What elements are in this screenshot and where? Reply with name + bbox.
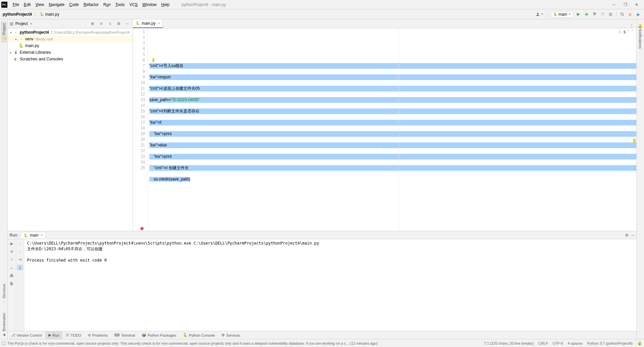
menu-code[interactable]: Code (67, 2, 81, 8)
down-icon[interactable]: ↓ (17, 249, 23, 255)
up-icon[interactable]: ↑ (17, 241, 23, 247)
rerun-icon[interactable]: ▶ (9, 241, 15, 247)
readonly-lock-icon[interactable]: 🔒 (637, 341, 642, 345)
tree-scratches[interactable]: ◐ Scratches and Consoles (8, 56, 133, 62)
run-output[interactable]: C:\Users\DELL\PycharmProjects\pythonProj… (24, 239, 636, 331)
toolwindow-project-tab[interactable]: 📁 Project (1, 21, 7, 42)
editor-body[interactable]: 1234567891011121314151617181920212223242… (133, 28, 636, 231)
project-tree[interactable]: ▾ ▪ pythonProject4 C:\Users\DELL\Pycharm… (8, 28, 133, 231)
menu-navigate[interactable]: Navigate (47, 2, 66, 8)
debug-button[interactable] (584, 11, 590, 17)
tool-problems[interactable]: ⊘ Problems (85, 331, 111, 339)
right-margin-guide (398, 28, 399, 231)
tool-python-console[interactable]: 🐍 Python Console (180, 331, 218, 339)
menu-view[interactable]: View (33, 2, 46, 8)
run-toolbar-1: ▶ ■ ≡ ⫠ 🖶 🗑 (8, 239, 16, 331)
ide-actions-button[interactable]: ◐ (627, 11, 633, 17)
python-file-icon: 🐍 (136, 21, 140, 25)
user-button[interactable]: ▼ (534, 11, 545, 18)
close-icon[interactable]: ✕ (634, 2, 639, 7)
project-view-icon: ▤ (10, 21, 13, 26)
run-settings-icon[interactable]: ⚙ (625, 233, 629, 238)
pin-icon[interactable]: 🖶 (9, 273, 15, 279)
collapse-all-icon[interactable]: ⫴ (107, 20, 113, 27)
tool-services[interactable]: ⚙ Services (218, 331, 244, 339)
tree-root[interactable]: ▾ ▪ pythonProject4 C:\Users\DELL\Pycharm… (8, 29, 133, 36)
menu-tools[interactable]: Tools (113, 2, 127, 8)
breadcrumb: pythonProject4 〉 🐍 main.py (3, 11, 59, 17)
run-toolbar-2: ↑ ↓ ⇥ ⤓ (16, 239, 24, 331)
svg-point-3 (621, 13, 623, 15)
intention-bulb-icon[interactable]: 💡 (151, 57, 156, 63)
code-with-me-button[interactable]: ▶ (635, 11, 641, 17)
toolwindow-notifications-tab[interactable]: 🔔 Notifications (638, 21, 643, 51)
settings-icon[interactable]: ⚙ (115, 20, 122, 27)
menu-file[interactable]: File (11, 2, 21, 8)
scratches-icon: ◐ (13, 57, 18, 61)
pause-icon[interactable]: ≡ (9, 257, 15, 263)
menubar: File Edit View Navigate Code Refactor Ru… (11, 2, 171, 8)
profile-button[interactable]: ⏱ (600, 11, 606, 17)
toolwindow-toggle-icon[interactable] (2, 342, 5, 345)
toolwindow-bookmarks-tab[interactable]: ★ Bookmarks (1, 311, 7, 339)
menu-refactor[interactable]: Refactor (82, 2, 101, 8)
menu-run[interactable]: Run (101, 2, 113, 8)
interpreter[interactable]: Python 3.7 (pythonProject4) (587, 341, 633, 345)
menu-vcs[interactable]: VCS (127, 2, 140, 8)
toolwindow-structure-tab[interactable]: ⋮ Structure (1, 282, 7, 306)
titlebar: PC File Edit View Navigate Code Refactor… (0, 0, 644, 9)
editor-tab-main[interactable]: 🐍 main.py × (133, 19, 163, 28)
tool-run[interactable]: ▶ Run (45, 331, 62, 339)
bottom-toolwindow-stripe: ⎇ Version Control ▶ Run ☑ TODO ⊘ Problem… (8, 331, 636, 339)
folder-icon: ▪ (18, 37, 24, 41)
close-tab-icon[interactable]: × (158, 21, 160, 26)
indent-setting[interactable]: 4 spaces (568, 341, 583, 345)
soft-wrap-icon[interactable]: ⇥ (17, 257, 23, 263)
project-panel-title[interactable]: Project (15, 21, 28, 26)
run-config-dropdown[interactable]: 🐍 main ▼ (551, 11, 574, 18)
tool-todo[interactable]: ☑ TODO (62, 331, 85, 339)
expand-all-icon[interactable]: ≡ (98, 20, 105, 27)
run-button[interactable] (576, 11, 582, 17)
tree-external-libs[interactable]: ▸ ▮ External Libraries (8, 49, 133, 56)
maximize-icon[interactable]: ❐ (623, 2, 628, 7)
run-panel: Run: 🐍 main × ⚙ ─ ▶ ■ ≡ ⫠ 🖶 🗑 (8, 231, 636, 331)
menu-edit[interactable]: Edit (22, 2, 33, 8)
breadcrumb-separator: 〉 (34, 11, 38, 17)
tool-python-packages[interactable]: 📦 Python Packages (138, 331, 180, 339)
next-highlight-icon[interactable]: ˅ (632, 30, 634, 34)
minimize-icon[interactable]: ─ (611, 2, 617, 7)
delete-icon[interactable]: 🗑 (9, 281, 15, 287)
close-run-tab-icon[interactable]: × (40, 233, 43, 238)
status-message[interactable]: The PyUp.io check is for non-commercial,… (7, 341, 377, 345)
tree-venv[interactable]: ▸ ▪ venv library root (8, 36, 133, 42)
cursor-position[interactable]: 7:1 (220 chars, 20 line breaks) (484, 341, 534, 345)
tool-terminal[interactable]: ⌨ Terminal (111, 331, 138, 339)
editor-tabs-menu-icon[interactable]: ⋮ (627, 23, 636, 28)
run-tab[interactable]: 🐍 main × (21, 232, 46, 238)
file-encoding[interactable]: UTF-8 (552, 341, 563, 345)
scrollbar-marker[interactable] (633, 138, 636, 143)
scroll-to-end-icon[interactable]: ⤓ (17, 265, 23, 271)
search-everywhere-button[interactable] (619, 11, 625, 17)
editor: 🐍 main.py × ⋮ 12345678910111213141516171… (133, 19, 636, 231)
menu-window[interactable]: Window (140, 2, 159, 8)
stop-run-icon[interactable]: ■ (9, 249, 15, 255)
menu-help[interactable]: Help (159, 2, 172, 8)
breadcrumb-file[interactable]: 🐍 main.py (40, 12, 59, 17)
inspection-widget[interactable]: ⚠ 5 ˄ ˅ (618, 30, 634, 34)
prev-highlight-icon[interactable]: ˄ (628, 30, 630, 34)
layout-icon[interactable]: ⫠ (9, 265, 15, 271)
python-icon: 🐍 (553, 12, 557, 16)
code-area[interactable]: 💡 "cmt">#导入os模块"kw">import os"cmt">#桌面上创… (148, 28, 636, 231)
coverage-button[interactable]: ⛊ (592, 11, 598, 17)
error-stripe-marker[interactable] (140, 227, 144, 230)
breadcrumb-project[interactable]: pythonProject4 (3, 12, 32, 17)
stop-button[interactable] (608, 11, 614, 17)
line-separator[interactable]: CRLF (538, 341, 548, 345)
tool-version-control[interactable]: ⎇ Version Control (8, 331, 45, 339)
locate-icon[interactable]: ⊕ (89, 20, 96, 27)
tree-main-file[interactable]: 🐍 main.py (8, 42, 133, 49)
minimize-panel-icon[interactable]: ─ (124, 20, 131, 27)
hide-run-icon[interactable]: ─ (631, 233, 634, 238)
